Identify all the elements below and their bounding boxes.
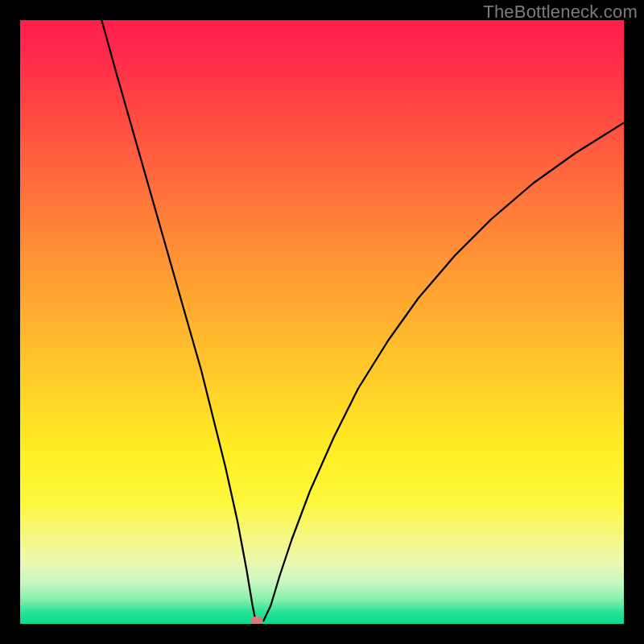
plot-area xyxy=(20,20,624,624)
minimum-marker xyxy=(251,617,263,625)
bottleneck-curve xyxy=(20,20,624,624)
watermark-text: TheBottleneck.com xyxy=(483,2,638,23)
curve-left-branch xyxy=(101,20,255,621)
chart-stage: TheBottleneck.com xyxy=(0,0,644,644)
curve-right-branch xyxy=(263,123,624,621)
